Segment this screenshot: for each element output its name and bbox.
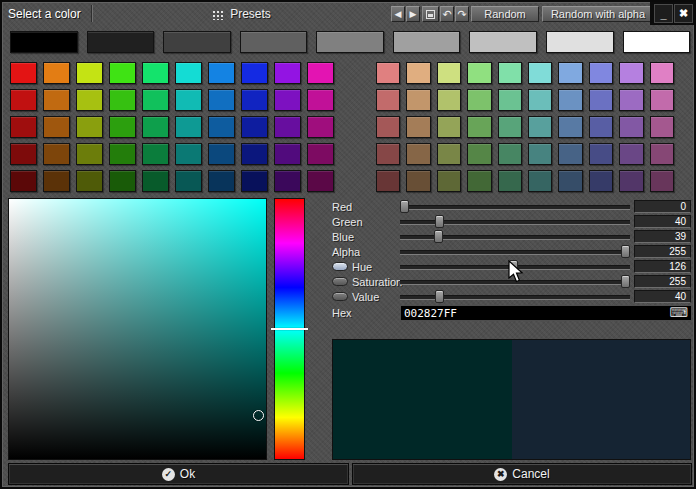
hue-toggle[interactable] [332,262,348,271]
saturation-toggle[interactable] [332,277,348,286]
color-swatch[interactable] [528,170,552,192]
grayscale-swatch[interactable] [623,31,691,53]
color-swatch[interactable] [498,62,522,84]
color-swatch[interactable] [175,143,202,165]
hue-slider[interactable] [400,260,630,273]
color-swatch[interactable] [10,89,37,111]
sv-selection-circle[interactable] [253,410,264,421]
hue-bar[interactable] [274,198,305,460]
color-swatch[interactable] [274,170,301,192]
color-swatch[interactable] [109,62,136,84]
color-swatch[interactable] [437,170,461,192]
color-swatch[interactable] [376,62,400,84]
color-swatch[interactable] [467,62,491,84]
color-swatch[interactable] [274,89,301,111]
color-swatch[interactable] [175,116,202,138]
color-swatch[interactable] [76,62,103,84]
color-swatch[interactable] [619,116,643,138]
grayscale-swatch[interactable] [546,31,614,53]
color-swatch[interactable] [208,116,235,138]
color-swatch[interactable] [376,143,400,165]
color-swatch[interactable] [437,143,461,165]
color-swatch[interactable] [558,89,582,111]
color-swatch[interactable] [307,143,334,165]
color-swatch[interactable] [142,143,169,165]
color-swatch[interactable] [498,143,522,165]
color-swatch[interactable] [241,62,268,84]
color-swatch[interactable] [467,143,491,165]
color-swatch[interactable] [241,143,268,165]
saturation-slider-handle[interactable] [621,275,630,288]
previous-preset-button[interactable]: ◀ [391,6,405,22]
hex-field[interactable]: ⌨ [400,305,692,321]
presets-selector[interactable]: Presets [95,5,388,23]
grayscale-swatch[interactable] [87,31,155,53]
color-swatch[interactable] [241,116,268,138]
color-swatch[interactable] [406,62,430,84]
color-swatch[interactable] [589,89,613,111]
color-swatch[interactable] [619,170,643,192]
color-swatch[interactable] [406,143,430,165]
hue-marker[interactable] [271,328,308,330]
color-swatch[interactable] [43,143,70,165]
value-slider[interactable] [400,290,630,303]
grayscale-swatch[interactable] [240,31,308,53]
red-slider-handle[interactable] [400,200,409,213]
save-preset-button[interactable] [422,6,439,22]
green-slider-handle[interactable] [435,215,444,228]
color-swatch[interactable] [498,116,522,138]
color-swatch[interactable] [43,170,70,192]
color-swatch[interactable] [558,170,582,192]
color-swatch[interactable] [109,143,136,165]
color-swatch[interactable] [10,143,37,165]
color-swatch[interactable] [10,116,37,138]
color-swatch[interactable] [437,89,461,111]
color-swatch[interactable] [274,116,301,138]
redo-button[interactable]: ↷ [455,6,469,22]
minimize-button[interactable]: _ [654,4,673,23]
hex-input[interactable] [404,307,665,320]
color-swatch[interactable] [376,89,400,111]
color-swatch[interactable] [10,170,37,192]
color-swatch[interactable] [376,170,400,192]
color-swatch[interactable] [274,62,301,84]
color-swatch[interactable] [650,89,674,111]
grayscale-swatch[interactable] [10,31,78,53]
color-swatch[interactable] [175,89,202,111]
color-swatch[interactable] [241,89,268,111]
color-swatch[interactable] [43,116,70,138]
color-swatch[interactable] [467,116,491,138]
color-swatch[interactable] [109,170,136,192]
color-swatch[interactable] [589,143,613,165]
color-swatch[interactable] [241,170,268,192]
color-swatch[interactable] [208,89,235,111]
red-slider[interactable] [400,200,630,213]
color-swatch[interactable] [437,62,461,84]
color-swatch[interactable] [406,116,430,138]
color-swatch[interactable] [175,170,202,192]
color-swatch[interactable] [175,62,202,84]
color-swatch[interactable] [10,62,37,84]
color-swatch[interactable] [376,116,400,138]
color-swatch[interactable] [498,89,522,111]
color-swatch[interactable] [650,116,674,138]
color-swatch[interactable] [208,143,235,165]
color-swatch[interactable] [528,62,552,84]
color-swatch[interactable] [76,89,103,111]
close-button[interactable]: ✖ [674,4,693,23]
color-swatch[interactable] [589,116,613,138]
color-swatch[interactable] [528,89,552,111]
color-swatch[interactable] [589,62,613,84]
blue-slider[interactable] [400,230,630,243]
color-swatch[interactable] [650,62,674,84]
color-swatch[interactable] [307,116,334,138]
alpha-slider-handle[interactable] [621,245,630,258]
color-swatch[interactable] [406,170,430,192]
color-swatch[interactable] [109,89,136,111]
color-swatch[interactable] [498,170,522,192]
color-swatch[interactable] [467,170,491,192]
color-swatch[interactable] [467,89,491,111]
undo-button[interactable]: ↶ [440,6,454,22]
grayscale-swatch[interactable] [393,31,461,53]
color-swatch[interactable] [43,89,70,111]
